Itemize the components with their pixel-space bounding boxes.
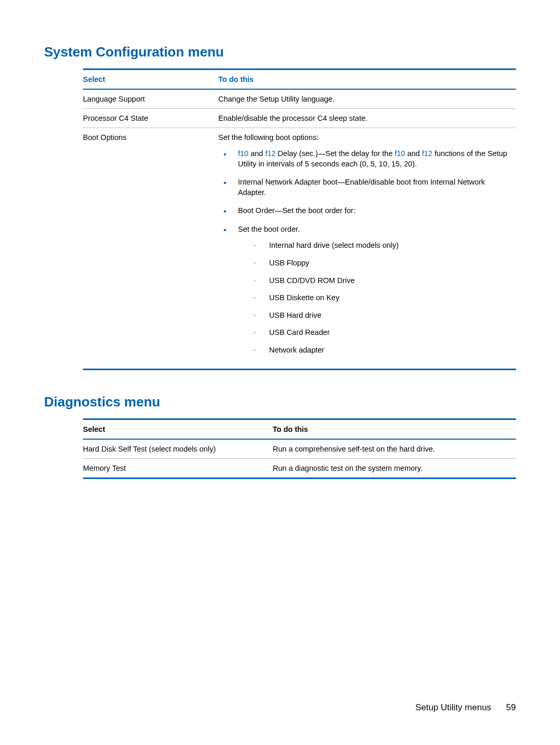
cell-select: Hard Disk Self Test (select models only) — [83, 439, 273, 459]
th-todo: To do this — [273, 419, 516, 440]
text: and — [248, 149, 265, 158]
heading-system-config: System Configuration menu — [44, 44, 516, 60]
key-f10: f10 — [238, 149, 248, 158]
list-item: Internal hard drive (select models only) — [254, 241, 513, 251]
list-item: USB Diskette on Key — [254, 293, 513, 303]
cell-select: Memory Test — [83, 459, 273, 479]
table-row: Processor C4 State Enable/disable the pr… — [83, 109, 516, 128]
page-footer: Setup Utility menus 59 — [415, 702, 516, 713]
heading-diagnostics: Diagnostics menu — [44, 394, 516, 410]
cell-desc: Enable/disable the processor C4 sleep st… — [218, 109, 516, 128]
boot-bullet-list: f10 and f12 Delay (sec.)—Set the delay f… — [218, 149, 513, 355]
key-f10: f10 — [395, 149, 405, 158]
table-row: Hard Disk Self Test (select models only)… — [83, 439, 516, 459]
list-item: Set the boot order. Internal hard drive … — [223, 224, 513, 356]
table-row: Memory Test Run a diagnostic test on the… — [83, 459, 516, 479]
list-item: USB Hard drive — [254, 311, 513, 321]
cell-desc: Run a comprehensive self-test on the har… — [273, 439, 516, 459]
key-f12: f12 — [422, 149, 432, 158]
th-todo: To do this — [218, 69, 516, 90]
cell-select: Language Support — [83, 89, 218, 109]
list-item: f10 and f12 Delay (sec.)—Set the delay f… — [223, 149, 513, 169]
cell-desc: Set the following boot options: f10 and … — [218, 128, 516, 370]
footer-label: Setup Utility menus — [415, 702, 491, 712]
boot-intro: Set the following boot options: — [218, 133, 318, 142]
table-row: Boot Options Set the following boot opti… — [83, 128, 516, 370]
th-select: Select — [83, 69, 218, 90]
list-item: Boot Order—Set the boot order for: — [223, 206, 513, 216]
list-item: USB CD/DVD ROM Drive — [254, 276, 513, 286]
list-item: Network adapter — [254, 345, 513, 356]
boot-order-sublist: Internal hard drive (select models only)… — [238, 241, 513, 355]
list-item: Internal Network Adapter boot—Enable/dis… — [223, 177, 513, 198]
cell-desc: Change the Setup Utility language. — [218, 89, 516, 109]
page-number: 59 — [506, 702, 516, 712]
list-item: USB Card Reader — [254, 328, 513, 338]
table-diagnostics: Select To do this Hard Disk Self Test (s… — [83, 418, 516, 479]
cell-select: Boot Options — [83, 128, 218, 370]
text: Set the boot order. — [238, 225, 300, 233]
cell-select: Processor C4 State — [83, 109, 218, 128]
list-item: USB Floppy — [254, 258, 513, 269]
cell-desc: Run a diagnostic test on the system memo… — [273, 459, 516, 479]
table-row: Language Support Change the Setup Utilit… — [83, 89, 516, 109]
th-select: Select — [83, 419, 273, 440]
table-system-config: Select To do this Language Support Chang… — [83, 68, 516, 370]
text: and — [405, 149, 422, 158]
key-f12: f12 — [265, 149, 275, 158]
text: Delay (sec.)—Set the delay for the — [276, 149, 395, 158]
